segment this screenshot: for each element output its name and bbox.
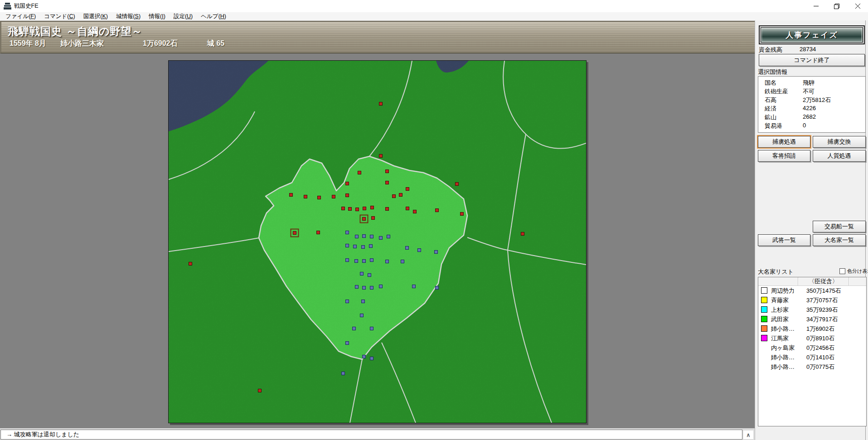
menu-item[interactable]: 国選択(K) [79,12,112,21]
daimyo-koku: 0万8910石 [806,334,834,343]
prisoner-exchange-button[interactable]: 捕虜交換 [813,136,866,148]
daimyo-color-chip [761,297,767,303]
country-info-row: 鉄砲生産不可 [765,87,865,96]
strategy-map[interactable] [168,60,587,423]
info-value: 4226 [803,105,816,113]
daimyo-color-chip [761,316,767,322]
daimyo-list-title: 大名家リスト [758,268,794,276]
daimyo-color-chip [761,335,767,341]
phase-title: 人事フェイズ [786,30,838,40]
menu-item[interactable]: ヘルプ(H) [197,12,230,21]
daimyo-koku: 0万0775石 [806,363,834,371]
daimyo-row[interactable]: 姉小路…1万6902石 [758,324,866,334]
daimyo-list-button[interactable]: 大名家一覧 [813,234,866,246]
menu-item[interactable]: コマンド(C) [40,12,79,21]
daimyo-koku: 350万1475石 [806,287,841,295]
phase-banner: 人事フェイズ [759,25,865,44]
status-message: → 城攻略軍は退却しました [1,430,79,439]
country-info-box: 国名飛騨鉄砲生産不可石高2万5812石経済4226鉱山2682貿易港0 [758,76,866,133]
daimyo-name: 周辺勢力 [771,287,795,295]
app-title: 戦国史FE [14,2,38,10]
game-date: 1559年 8月 [10,39,46,48]
general-list-button[interactable]: 武将一覧 [758,234,810,246]
info-value: 2682 [803,113,816,122]
info-value: 0 [803,122,806,131]
info-label: 鉄砲生産 [765,87,803,96]
country-info-row: 国名飛騨 [765,79,865,87]
trade-ship-list-button[interactable]: 交易船一覧 [813,221,866,232]
daimyo-koku: 34万7917石 [806,315,838,324]
close-button[interactable] [847,0,868,12]
funds-value: 28734 [800,46,816,53]
daimyo-row[interactable]: 姉小路…0万1410石 [758,353,866,362]
info-label: 石高 [765,96,803,105]
daimyo-row[interactable]: 姉小路…0万0775石 [758,362,866,372]
prisoner-treatment-button[interactable]: 捕虜処遇 [758,136,810,148]
daimyo-list-box: 〈臣従含〉 周辺勢力350万1475石斉藤家37万0757石上杉家35万9239… [758,277,867,426]
menu-item[interactable]: 設定(U) [170,12,197,21]
guest-general-invite-button[interactable]: 客将招請 [758,150,810,162]
daimyo-row[interactable]: 内ヶ島家0万2456石 [758,343,866,353]
daimyo-koku: 1万6902石 [806,325,834,333]
color-coding-checkbox[interactable] [839,268,845,274]
color-coding-label: 色分け表示 [847,268,868,275]
daimyo-color-chip [761,325,767,332]
daimyo-name: 姉小路… [771,363,795,371]
castle-count: 城 65 [207,39,224,48]
daimyo-name: 江馬家 [771,334,789,343]
info-label: 鉱山 [765,113,803,122]
title-bar: 戦国史FE [0,0,868,12]
daimyo-name: 武田家 [771,315,789,324]
daimyo-color-chip [761,287,767,294]
minimize-button[interactable] [805,0,826,12]
menu-item[interactable]: 城情報(S) [112,12,145,21]
map-background [0,53,755,428]
daimyo-row[interactable]: 斉藤家37万0757石 [758,295,866,305]
country-info-title: 選択国情報 [758,68,787,76]
daimyo-name: 上杉家 [771,306,789,314]
daimyo-name: 斉藤家 [771,296,789,305]
color-coding-toggle[interactable]: 色分け表示 [839,268,868,275]
daimyo-koku: 0万1410石 [806,353,834,362]
daimyo-row[interactable]: 武田家34万7917石 [758,314,866,324]
daimyo-color-chip [761,306,767,313]
side-panel: 人事フェイズ 資金残高 28734 コマンド終了 選択国情報 国名飛騨鉄砲生産不… [755,20,868,440]
daimyo-row[interactable]: 上杉家35万9239石 [758,305,866,314]
country-info-row: 鉱山2682 [765,113,865,122]
info-value: 不可 [803,87,815,96]
end-command-button[interactable]: コマンド終了 [759,54,865,66]
menu-item[interactable]: 情報(I) [145,12,170,21]
daimyo-koku: 37万0757石 [806,296,838,305]
app-window: 戦国史FE ファイル(F)コマンド(C)国選択(K)城情報(S)情報(I)設定(… [0,0,868,440]
daimyo-name: 内ヶ島家 [771,344,795,352]
menu-bar: ファイル(F)コマンド(C)国選択(K)城情報(S)情報(I)設定(U)ヘルプ(… [0,12,868,21]
restore-button[interactable] [826,0,847,12]
scenario-header: 飛騨戦国史 ～自綱の野望～ 1559年 8月 姉小路三木家 1万6902石 城 … [0,21,755,53]
player-koku: 1万6902石 [143,39,178,48]
info-value: 飛騨 [803,79,815,87]
player-clan: 姉小路三木家 [60,39,104,48]
menu-item[interactable]: ファイル(F) [1,12,40,21]
info-label: 国名 [765,79,803,87]
daimyo-koku: 35万9239石 [806,306,838,314]
country-info-row: 経済4226 [765,105,865,113]
daimyo-koku: 0万2456石 [806,344,834,352]
daimyo-list-header: 〈臣従含〉 [758,277,866,286]
funds-label: 資金残高 [759,46,782,54]
daimyo-row[interactable]: 周辺勢力350万1475石 [758,286,866,295]
info-label: 貿易港 [765,122,803,131]
map-texture-overlay [169,61,586,423]
message-log: → 城攻略軍は退却しました [0,430,742,440]
daimyo-row[interactable]: 江馬家0万8910石 [758,334,866,343]
scenario-title: 飛騨戦国史 ～自綱の野望～ [8,24,143,39]
status-bar: → 城攻略軍は退却しました ∧ [0,428,755,440]
app-icon [4,3,11,10]
country-info-row: 石高2万5812石 [765,96,865,105]
country-info-row: 貿易港0 [765,122,865,131]
vassals-included-header: 〈臣従含〉 [798,277,849,285]
daimyo-name: 姉小路… [771,325,795,333]
info-value: 2万5812石 [803,96,831,105]
hostage-treatment-button[interactable]: 人質処遇 [813,150,866,162]
daimyo-name: 姉小路… [771,353,795,362]
log-scroll-up-button[interactable]: ∧ [743,430,753,439]
